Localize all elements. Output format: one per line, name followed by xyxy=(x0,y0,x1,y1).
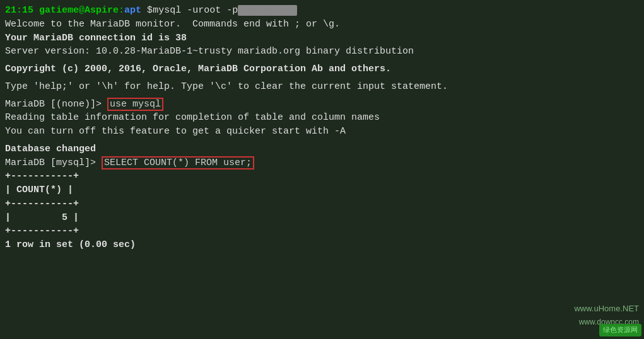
use-mysql-line: MariaDB [(none)]> use mysql xyxy=(5,98,639,112)
prompt-cmd: mysql -uroot -p xyxy=(153,5,238,16)
welcome-line: Welcome to the MariaDB monitor. Commands… xyxy=(5,18,639,32)
prompt-user: gatieme xyxy=(39,5,79,16)
connection-id-line: Your MariaDB connection id is 38 xyxy=(5,32,639,45)
prompt-dir: apt xyxy=(124,5,141,16)
none-prompt: MariaDB [(none)]> xyxy=(5,99,107,110)
reading-table-line: Reading table information for completion… xyxy=(5,111,639,125)
turn-off-line: You can turn off this feature to get a q… xyxy=(5,125,639,139)
table-border-2: +-----------+ xyxy=(5,197,639,211)
watermark1: www.uHome.NET xyxy=(574,303,639,315)
select-line: MariaDB [mysql]> SELECT COUNT(*) FROM us… xyxy=(5,156,639,170)
password-masked: •••••••••• xyxy=(238,5,297,16)
table-header: | COUNT(*) | xyxy=(5,183,639,197)
mysql-prompt: MariaDB [mysql]> xyxy=(5,158,102,168)
prompt-dollar: $ xyxy=(141,5,153,16)
terminal-window: 21:15 gatieme@Aspire:apt $mysql -uroot -… xyxy=(0,0,644,339)
select-cmd: SELECT COUNT(*) FROM user; xyxy=(102,156,254,170)
db-changed-line: Database changed xyxy=(5,142,639,156)
prompt-host: Aspire xyxy=(85,5,119,16)
prompt-at: @ xyxy=(79,5,85,16)
server-version-line: Server version: 10.0.28-MariaDB-1~trusty… xyxy=(5,45,639,59)
help-line: Type 'help;' or '\h' for help. Type '\c'… xyxy=(5,80,639,94)
use-mysql-cmd: use mysql xyxy=(107,98,163,111)
table-border-1: +-----------+ xyxy=(5,170,639,183)
prompt-line: 21:15 gatieme@Aspire:apt $mysql -uroot -… xyxy=(5,4,639,18)
green-badge: 绿色资源网 xyxy=(599,324,641,336)
copyright-line: Copyright (c) 2000, 2016, Oracle, MariaD… xyxy=(5,62,639,76)
table-value: | 5 | xyxy=(5,211,639,225)
table-border-3: +-----------+ xyxy=(5,224,639,238)
prompt-time: 21:15 xyxy=(5,5,33,16)
result-line: 1 row in set (0.00 sec) xyxy=(5,238,639,252)
